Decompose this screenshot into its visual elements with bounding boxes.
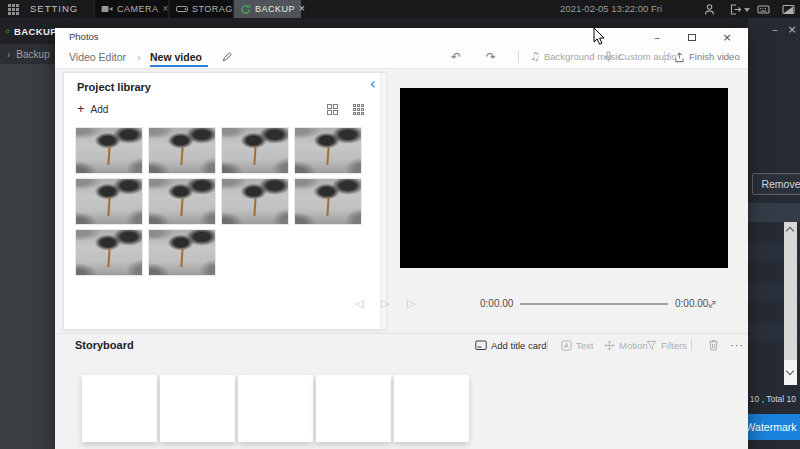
display-icon[interactable] xyxy=(782,3,795,16)
tab-storage[interactable]: STORAGE × xyxy=(169,0,232,18)
redo-button[interactable]: ↷ xyxy=(486,46,496,68)
export-icon xyxy=(674,52,685,63)
add-title-card-label: Add title card xyxy=(491,340,546,351)
tab-backup[interactable]: BACKUP × xyxy=(233,0,301,18)
app-menu-icon[interactable] xyxy=(8,4,19,15)
close-button[interactable]: × xyxy=(716,31,738,44)
camera-icon xyxy=(101,4,113,14)
breadcrumb-parent[interactable]: Video Editor xyxy=(69,46,126,68)
video-preview xyxy=(400,88,728,268)
backup-sync-icon xyxy=(5,26,10,37)
next-frame-button[interactable]: ▷ xyxy=(407,296,415,312)
text-label: Text xyxy=(576,340,593,351)
text-button[interactable]: Text xyxy=(561,337,593,353)
library-scrollbar[interactable] xyxy=(380,73,386,329)
tab-label: CAMERA xyxy=(117,4,159,14)
library-thumbnail[interactable] xyxy=(149,179,215,224)
custom-audio-button[interactable]: Custom audio xyxy=(603,46,677,68)
active-tab-underline xyxy=(150,65,208,67)
storyboard-card[interactable] xyxy=(316,375,391,442)
add-label: Add xyxy=(91,104,109,115)
backdrop-minimize-button[interactable]: – xyxy=(768,23,782,37)
library-thumbnail[interactable] xyxy=(222,179,288,224)
dense-view-icon[interactable] xyxy=(353,104,364,115)
storage-icon xyxy=(176,4,188,14)
screen: SETTING CAMERA × STORAGE × BACKUP × 2021… xyxy=(0,0,800,449)
storyboard-card[interactable] xyxy=(238,375,313,442)
microphone-icon xyxy=(603,51,614,63)
title-card-icon xyxy=(475,340,487,351)
rename-pencil-icon[interactable] xyxy=(222,51,233,62)
collapse-panel-icon[interactable]: ‹ xyxy=(370,76,376,92)
datetime: 2021-02-05 13:22:00 Fri xyxy=(556,0,662,18)
toolbar-more-button[interactable]: ··· xyxy=(723,46,736,68)
project-library-panel: Project library ‹ + Add xyxy=(63,72,386,330)
sidebar xyxy=(0,18,57,449)
filters-button[interactable]: Filters xyxy=(646,337,687,353)
library-thumbnail[interactable] xyxy=(76,128,142,173)
backup-sync-icon xyxy=(240,4,251,15)
sidebar-header: BACKUP xyxy=(0,18,57,44)
mouse-cursor xyxy=(593,27,606,46)
library-thumbnail[interactable] xyxy=(76,179,142,224)
seek-slider[interactable] xyxy=(520,303,668,305)
maximize-icon xyxy=(688,34,696,41)
delete-icon[interactable] xyxy=(708,339,719,351)
sidebar-item-label: Backup xyxy=(16,49,49,60)
library-thumbnail[interactable] xyxy=(149,128,215,173)
music-note-icon: ♫ xyxy=(530,46,540,68)
grid-view-icon[interactable] xyxy=(327,104,338,115)
undo-button[interactable]: ↶ xyxy=(451,46,461,68)
divider xyxy=(55,333,748,334)
minimize-button[interactable]: – xyxy=(646,31,668,44)
library-thumbnail[interactable] xyxy=(295,128,361,173)
backdrop-close-button[interactable]: × xyxy=(785,23,799,37)
custom-audio-label: Custom audio xyxy=(618,46,677,68)
add-title-card-button[interactable]: Add title card xyxy=(475,337,546,353)
breadcrumb-separator: › xyxy=(137,46,141,68)
sidebar-item-backup[interactable]: › Backup xyxy=(0,44,57,64)
add-button[interactable]: + Add xyxy=(77,102,108,116)
filters-label: Filters xyxy=(661,340,687,351)
thumbnail-grid xyxy=(76,128,376,281)
motion-icon xyxy=(604,340,615,351)
play-button[interactable]: ▷ xyxy=(381,296,389,312)
chevron-right-icon: › xyxy=(7,49,10,60)
storyboard-cards xyxy=(82,375,469,442)
backup-table-header xyxy=(748,203,800,222)
previous-frame-button[interactable]: ◁ xyxy=(355,296,363,312)
library-thumbnail[interactable] xyxy=(149,230,215,275)
storyboard-card[interactable] xyxy=(394,375,469,442)
watermark-button[interactable]: Watermark xyxy=(742,414,800,440)
library-thumbnail[interactable] xyxy=(76,230,142,275)
setting-label[interactable]: SETTING xyxy=(30,0,78,18)
motion-button[interactable]: Motion xyxy=(604,337,648,353)
motion-label: Motion xyxy=(619,340,648,351)
maximize-button[interactable] xyxy=(681,31,703,44)
tab-close-icon[interactable]: × xyxy=(163,4,169,14)
current-time: 0:00.00 xyxy=(480,297,513,311)
text-icon xyxy=(561,340,572,351)
storyboard-card[interactable] xyxy=(160,375,235,442)
divider xyxy=(664,51,665,63)
sidebar-title: BACKUP xyxy=(14,26,57,37)
library-thumbnail[interactable] xyxy=(295,179,361,224)
tab-label: BACKUP xyxy=(255,4,295,14)
storyboard-title: Storyboard xyxy=(75,339,134,351)
logout-icon[interactable] xyxy=(729,3,742,16)
plus-icon: + xyxy=(77,102,85,116)
divider xyxy=(547,339,548,351)
divider xyxy=(518,51,519,63)
project-library-title: Project library xyxy=(77,81,151,93)
keyboard-icon[interactable] xyxy=(757,3,770,16)
storyboard-card[interactable] xyxy=(82,375,157,442)
storyboard-more-button[interactable]: ··· xyxy=(730,337,744,353)
user-icon[interactable] xyxy=(703,3,716,16)
logout-caret-icon[interactable] xyxy=(744,8,750,12)
filters-icon xyxy=(646,340,657,351)
tab-close-icon[interactable]: × xyxy=(299,4,305,14)
divider xyxy=(55,68,748,69)
library-thumbnail[interactable] xyxy=(222,128,288,173)
tab-camera[interactable]: CAMERA × xyxy=(94,0,168,18)
remove-button[interactable]: Remove xyxy=(752,173,800,195)
